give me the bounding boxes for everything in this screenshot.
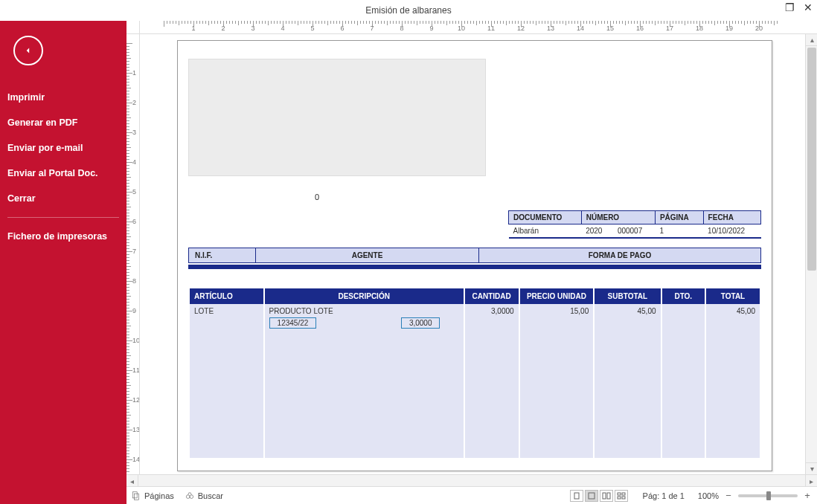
- table-row-empty: [190, 332, 760, 458]
- th-articulo: ARTÍCULO: [190, 288, 263, 304]
- sidebar-enviar-portal[interactable]: Enviar al Portal Doc.: [0, 161, 126, 186]
- blue-divider: [188, 265, 761, 269]
- pages-icon: [131, 491, 141, 501]
- th-descripcion: DESCRIPCIÓN: [265, 288, 464, 304]
- zero-label: 0: [315, 193, 319, 201]
- back-button[interactable]: [13, 36, 43, 65]
- cell-subtotal: 45,00: [595, 304, 660, 332]
- th-forma-pago: FORMA DE PAGO: [479, 248, 761, 263]
- th-fecha: FECHA: [703, 211, 760, 224]
- th-subtotal: SUBTOTAL: [595, 288, 660, 304]
- sidebar: Imprimir Generar en PDF Enviar por e-mai…: [0, 21, 126, 504]
- th-dto: DTO.: [662, 288, 705, 304]
- th-nif: N.I.F.: [189, 248, 256, 263]
- arrow-left-icon: [23, 45, 33, 56]
- cell-descripcion: PRODUCTO LOTE 12345/22 3,0000: [265, 304, 464, 332]
- lines-grid: ARTÍCULO DESCRIPCIÓN CANTIDAD PRECIO UNI…: [188, 288, 761, 458]
- lote-box: 12345/22: [269, 317, 317, 329]
- th-total: TOTAL: [706, 288, 760, 304]
- cell-dto: [662, 304, 705, 332]
- lote-qty-box: 3,0000: [401, 317, 440, 329]
- close-icon[interactable]: ✕: [804, 1, 813, 13]
- td-numero: 000007: [613, 224, 656, 239]
- pages-button[interactable]: Páginas: [131, 491, 174, 501]
- th-pagina: PÁGINA: [655, 211, 703, 224]
- document-info-box: DOCUMENTO NÚMERO PÁGINA FECHA Albarán 20…: [508, 210, 761, 239]
- sidebar-fichero-impresoras[interactable]: Fichero de impresoras: [0, 224, 126, 249]
- svg-rect-8: [618, 493, 621, 495]
- view-single-icon[interactable]: [570, 490, 583, 502]
- page-indicator: Pág: 1 de 1: [643, 491, 685, 500]
- view-fit-icon[interactable]: [585, 490, 598, 502]
- sidebar-imprimir[interactable]: Imprimir: [0, 85, 126, 110]
- nif-bar: N.I.F. AGENTE FORMA DE PAGO: [188, 248, 761, 263]
- th-numero: NÚMERO: [581, 211, 655, 224]
- svg-rect-0: [132, 491, 137, 497]
- th-agente: AGENTE: [256, 248, 479, 263]
- th-cantidad: CANTIDAD: [465, 288, 519, 304]
- svg-rect-6: [603, 493, 606, 499]
- zoom-value: 100%: [698, 491, 719, 500]
- pages-label: Páginas: [144, 491, 174, 500]
- zoom-out-button[interactable]: −: [723, 491, 734, 501]
- td-fecha: 10/10/2022: [703, 224, 760, 239]
- zoom-in-button[interactable]: +: [802, 491, 813, 501]
- vertical-scrollbar[interactable]: ▴ ▾: [805, 34, 817, 474]
- descripcion-text: PRODUCTO LOTE: [269, 307, 459, 315]
- page: 0 DOCUMENTO NÚMERO PÁGINA FECHA Albarán: [177, 40, 772, 471]
- svg-rect-10: [618, 497, 621, 499]
- scroll-up-icon[interactable]: ▴: [806, 34, 817, 46]
- ruler-corner: [126, 21, 140, 34]
- table-row: LOTE PRODUCTO LOTE 12345/22 3,0000 3,000…: [190, 304, 760, 332]
- view-mode-buttons: [570, 490, 628, 502]
- sidebar-cerrar[interactable]: Cerrar: [0, 186, 126, 211]
- zoom-controls: 100% − +: [698, 491, 813, 501]
- cell-total: 45,00: [706, 304, 760, 332]
- scroll-thumb[interactable]: [807, 48, 816, 271]
- td-pagina: 1: [655, 224, 703, 239]
- scroll-down-icon[interactable]: ▾: [806, 462, 817, 474]
- svg-rect-9: [622, 493, 625, 495]
- status-bar: Páginas Buscar Pág: 1 de 1 100% − +: [126, 486, 817, 504]
- preview-viewer: 1234567891011121314151617181920 12345678…: [126, 21, 817, 504]
- sidebar-separator: [7, 217, 119, 218]
- sidebar-generar-pdf[interactable]: Generar en PDF: [0, 110, 126, 135]
- binoculars-icon: [185, 491, 195, 501]
- td-serie: 2020: [581, 224, 613, 239]
- view-two-icon[interactable]: [600, 490, 613, 502]
- svg-point-3: [190, 494, 193, 498]
- th-precio: PRECIO UNIDAD: [520, 288, 594, 304]
- scroll-right-icon[interactable]: ▸: [805, 475, 817, 487]
- vertical-ruler: 1234567891011121314: [126, 34, 140, 474]
- maximize-icon[interactable]: ❐: [785, 1, 795, 13]
- svg-rect-1: [135, 494, 139, 500]
- search-label: Buscar: [198, 491, 223, 500]
- horizontal-scrollbar[interactable]: ◂ ▸: [126, 474, 817, 486]
- document-canvas[interactable]: 0 DOCUMENTO NÚMERO PÁGINA FECHA Albarán: [140, 34, 805, 474]
- search-button[interactable]: Buscar: [185, 491, 223, 501]
- sidebar-enviar-email[interactable]: Enviar por e-mail: [0, 135, 126, 161]
- svg-point-2: [186, 494, 190, 498]
- svg-rect-7: [607, 493, 610, 499]
- cell-precio: 15,00: [520, 304, 594, 332]
- logo-placeholder: [188, 59, 486, 176]
- zoom-slider[interactable]: [738, 494, 798, 497]
- cell-cantidad: 3,0000: [465, 304, 519, 332]
- svg-rect-5: [589, 493, 595, 499]
- th-documento: DOCUMENTO: [509, 211, 582, 224]
- td-documento: Albarán: [509, 224, 582, 239]
- svg-rect-4: [574, 493, 579, 499]
- svg-rect-11: [622, 497, 625, 499]
- view-grid-icon[interactable]: [615, 490, 628, 502]
- zoom-slider-thumb[interactable]: [766, 491, 771, 500]
- window-title: Emisión de albaranes: [0, 5, 817, 16]
- cell-articulo: LOTE: [190, 304, 263, 332]
- title-bar: Emisión de albaranes ❐ ✕: [0, 0, 817, 21]
- horizontal-ruler: 1234567891011121314151617181920: [140, 21, 817, 34]
- scroll-left-icon[interactable]: ◂: [126, 475, 138, 487]
